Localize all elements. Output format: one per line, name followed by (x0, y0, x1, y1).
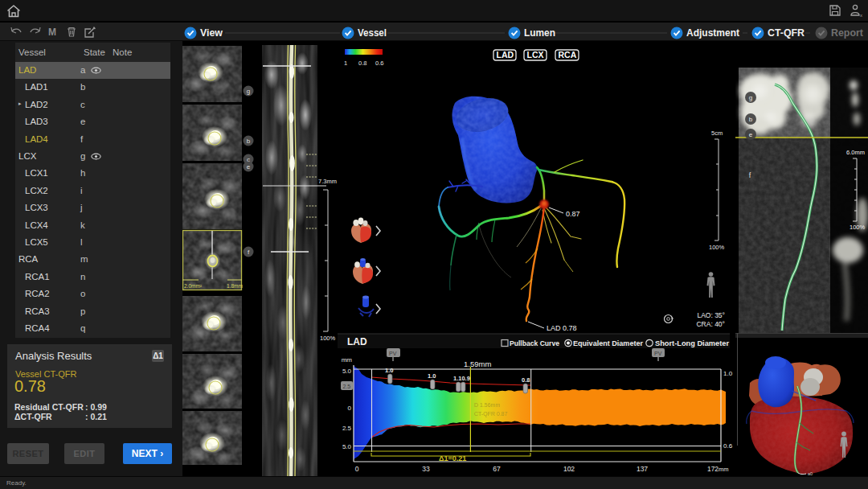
svg-text:e: e (247, 163, 251, 171)
svg-text:0: 0 (355, 465, 359, 473)
svg-text:100%: 100% (320, 335, 336, 342)
svg-text:LAO: 35°: LAO: 35° (697, 311, 725, 319)
svg-text:x: x (860, 13, 862, 18)
svg-text:mm: mm (719, 466, 729, 473)
svg-text:102: 102 (563, 465, 575, 473)
svg-text:LAD: LAD (347, 336, 367, 347)
svg-text:1.0: 1.0 (428, 372, 436, 380)
svg-text:0.6: 0.6 (723, 442, 733, 450)
svg-text:5.0: 5.0 (342, 368, 352, 375)
svg-text:1.8mm: 1.8mm (227, 283, 243, 289)
svg-text:7.3mm: 7.3mm (318, 178, 337, 185)
svg-text:6.0mm: 6.0mm (846, 149, 865, 156)
svg-text:b: b (749, 116, 753, 123)
svg-text:0.8: 0.8 (522, 376, 530, 384)
svg-text:PV: PV (654, 351, 662, 356)
svg-text:g: g (749, 94, 752, 101)
svg-text:0: 0 (348, 405, 352, 412)
svg-text:1.0: 1.0 (385, 367, 393, 374)
svg-text:0.8: 0.8 (358, 60, 366, 67)
svg-text:View: View (200, 27, 223, 39)
svg-text:Pullback Curve: Pullback Curve (510, 339, 559, 347)
svg-text:PV: PV (389, 351, 397, 356)
svg-text:CRA: 40°: CRA: 40° (696, 320, 725, 328)
svg-text:b: b (247, 138, 251, 145)
svg-text:Report: Report (831, 27, 863, 39)
svg-text:5.0: 5.0 (342, 443, 352, 450)
svg-text:100%: 100% (709, 244, 725, 251)
svg-text:D 1.56mm: D 1.56mm (474, 402, 500, 408)
svg-text:1.10.9: 1.10.9 (453, 375, 470, 382)
svg-text:RCA: RCA (559, 50, 577, 60)
svg-text:LCX: LCX (527, 50, 544, 60)
svg-text:2.5: 2.5 (343, 384, 351, 389)
svg-text:1.59mm: 1.59mm (464, 360, 491, 368)
svg-text:2.5: 2.5 (342, 425, 352, 432)
svg-text:CT-QFR 0.87: CT-QFR 0.87 (474, 411, 508, 417)
svg-text:CT-QFR: CT-QFR (768, 27, 805, 39)
svg-text:172: 172 (707, 465, 719, 473)
svg-text:1: 1 (344, 60, 347, 67)
svg-text:137: 137 (637, 465, 648, 473)
svg-text:1.0: 1.0 (723, 370, 733, 377)
svg-text:67: 67 (493, 465, 501, 473)
svg-text:Δ1=0.21: Δ1=0.21 (439, 454, 466, 462)
svg-text:Equivalent Diameter: Equivalent Diameter (573, 339, 643, 347)
svg-text:e: e (749, 131, 753, 138)
svg-text:5cm: 5cm (711, 129, 723, 137)
svg-text:M: M (48, 27, 56, 38)
svg-text:Lumen: Lumen (524, 27, 555, 39)
svg-text:g: g (247, 88, 250, 95)
svg-text:Adjustment: Adjustment (686, 27, 739, 39)
svg-text:0.6: 0.6 (375, 60, 383, 67)
svg-text:Vessel: Vessel (358, 27, 387, 39)
svg-text:2.0mm²: 2.0mm² (184, 283, 203, 289)
svg-text:100%: 100% (850, 224, 866, 231)
svg-text:mm: mm (342, 356, 353, 364)
svg-text:LAD 0.78: LAD 0.78 (547, 324, 577, 332)
svg-text:0.87: 0.87 (566, 210, 580, 218)
svg-text:33: 33 (422, 465, 430, 473)
svg-text:LAD: LAD (497, 50, 514, 60)
svg-text:Short-Long Diameter: Short-Long Diameter (655, 339, 729, 347)
